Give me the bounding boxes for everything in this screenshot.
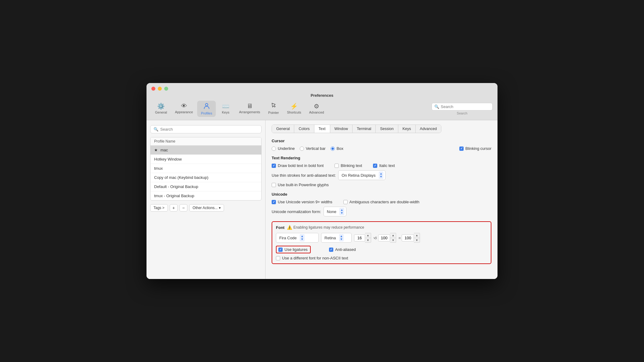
cursor-vertical-option[interactable]: Vertical bar (300, 146, 326, 151)
font-name-dropdown[interactable]: Fira Code ▲▼ (276, 233, 319, 243)
checkmark-icon: ✓ (330, 248, 332, 251)
toolbar-label-appearance: Appearance (175, 110, 193, 114)
tab-terminal[interactable]: Terminal (353, 125, 376, 133)
toolbar-item-keys[interactable]: ⌨️ Keys (216, 101, 235, 117)
vli-up-button[interactable]: ▲ (390, 233, 396, 238)
tab-session[interactable]: Session (376, 125, 398, 133)
search-input[interactable] (441, 104, 490, 109)
text-rendering-row1: ✓ Draw bold text in bold font Blinking t… (272, 163, 491, 168)
tags-button[interactable]: Tags > (150, 204, 168, 212)
different-font-label: Use a different font for non-ASCII text (282, 256, 348, 260)
use-ligatures-label: Use ligatures (284, 247, 308, 252)
text-rendering-title: Text Rendering (272, 156, 491, 160)
toolbar-item-advanced[interactable]: ⚙ Advanced (306, 101, 328, 117)
powerline-option[interactable]: Use built-in Powerline glyphs (272, 183, 491, 187)
search-box[interactable]: 🔍 (432, 103, 493, 110)
vli-down-button[interactable]: ▼ (390, 238, 396, 243)
cursor-underline-radio[interactable] (272, 147, 276, 151)
cursor-vertical-radio[interactable] (300, 147, 304, 151)
cursor-title: Cursor (272, 139, 491, 143)
thin-strokes-value: On Retina Displays (342, 173, 375, 178)
vli-value: 100 (378, 234, 390, 241)
font-size-up-button[interactable]: ▲ (365, 233, 371, 238)
unicode-section: Unicode ✓ Use Unicode version 9+ widths … (272, 192, 491, 216)
blinking-cursor-option[interactable]: ✓ Blinking cursor (459, 146, 491, 151)
profile-item-mac[interactable]: ★ mac (150, 146, 261, 155)
add-profile-button[interactable]: + (170, 204, 178, 212)
normalization-label: Unicode normalization form: (272, 209, 321, 214)
normalization-row: Unicode normalization form: None ▲▼ (272, 207, 491, 216)
tab-colors[interactable]: Colors (294, 125, 314, 133)
profile-item-tmux[interactable]: tmux (150, 164, 261, 173)
unicode-widths-option[interactable]: ✓ Use Unicode version 9+ widths (272, 200, 332, 204)
minimize-button[interactable] (158, 87, 162, 91)
tab-text[interactable]: Text (314, 125, 330, 133)
blinking-cursor-label: Blinking cursor (465, 146, 491, 151)
pointer-icon (270, 103, 277, 110)
anti-aliased-checkbox[interactable]: ✓ (329, 248, 333, 252)
cursor-underline-option[interactable]: Underline (272, 146, 295, 151)
ambiguous-option[interactable]: Ambiguous characters are double-width (343, 200, 419, 204)
other-actions-label: Other Actions... (193, 206, 218, 210)
toolbar-item-pointer[interactable]: Pointer (264, 101, 283, 117)
normalization-dropdown[interactable]: None ▲▼ (324, 207, 346, 216)
thin-strokes-dropdown[interactable]: On Retina Displays ▲▼ (338, 170, 385, 180)
spacing-up-button[interactable]: ▲ (414, 233, 420, 238)
font-name-value: Fira Code (279, 236, 297, 240)
toolbar-search: 🔍 Search (432, 103, 493, 115)
dropdown-arrows-icon2: ▲▼ (339, 208, 344, 215)
cursor-options-row: Underline Vertical bar Box ✓ (272, 146, 491, 151)
cursor-box-radio[interactable] (331, 147, 335, 151)
vli-stepper[interactable]: v|i 100 ▲ ▼ (374, 233, 396, 243)
normalization-value: None (327, 209, 336, 214)
blinking-text-option[interactable]: Blinking text (335, 163, 362, 168)
font-variant-dropdown[interactable]: Retina ▲▼ (321, 233, 352, 243)
maximize-button[interactable] (164, 87, 168, 91)
toolbar-item-arrangements[interactable]: 🖥 Arrangements (235, 101, 264, 117)
profile-item-default-backup[interactable]: Default - Original Backup (150, 182, 261, 191)
italic-text-option[interactable]: ✓ Italic text (373, 163, 395, 168)
use-ligatures-checkbox[interactable]: ✓ (278, 248, 283, 252)
anti-aliased-option[interactable]: ✓ Anti-aliased (329, 247, 356, 252)
blinking-text-label: Blinking text (341, 163, 362, 168)
other-actions-button[interactable]: Other Actions... ▾ (189, 204, 224, 212)
sidebar-search[interactable]: 🔍 (150, 125, 262, 133)
font-size-stepper[interactable]: 16 ▲ ▼ (354, 233, 371, 243)
warning-icon: ⚠️ (287, 225, 292, 230)
use-ligatures-option[interactable]: ✓ Use ligatures (278, 247, 308, 252)
tab-general[interactable]: General (272, 125, 294, 133)
different-font-option[interactable]: Use a different font for non-ASCII text (276, 256, 487, 260)
tab-advanced[interactable]: Advanced (416, 125, 441, 133)
tab-window[interactable]: Window (330, 125, 353, 133)
profile-item-hotkey[interactable]: Hotkey Window (150, 155, 261, 164)
powerline-checkbox[interactable] (272, 183, 276, 187)
font-size-down-button[interactable]: ▼ (365, 238, 371, 243)
shortcuts-icon: ⚡ (290, 103, 298, 110)
spacing-down-button[interactable]: ▼ (414, 238, 420, 243)
blinking-text-checkbox[interactable] (335, 164, 339, 168)
dropdown-arrows-icon3: ▲▼ (300, 234, 305, 241)
unicode-widths-checkbox[interactable]: ✓ (272, 200, 276, 204)
font-size-stepper-buttons: ▲ ▼ (365, 233, 371, 243)
toolbar-item-appearance[interactable]: 👁 Appearance (171, 101, 197, 117)
close-button[interactable] (151, 87, 155, 91)
italic-text-checkbox[interactable]: ✓ (373, 164, 377, 168)
blinking-cursor-checkbox[interactable]: ✓ (459, 147, 464, 151)
toolbar-item-profiles[interactable]: Profiles (197, 101, 216, 117)
content-panel: General Colors Text Window Terminal Sess… (266, 120, 497, 279)
toolbar-item-shortcuts[interactable]: ⚡ Shortcuts (283, 101, 305, 117)
profile-item-tmux-backup[interactable]: tmux - Original Backup (150, 191, 261, 200)
tab-keys[interactable]: Keys (398, 125, 416, 133)
spacing-stepper[interactable]: н 100 ▲ ▼ (399, 233, 420, 243)
remove-profile-button[interactable]: − (179, 204, 187, 212)
sidebar-search-input[interactable] (160, 127, 258, 132)
cursor-box-option[interactable]: Box (331, 146, 343, 151)
toolbar-item-general[interactable]: ⚙️ General (151, 101, 171, 117)
spacing-value: 100 (402, 234, 414, 241)
draw-bold-checkbox[interactable]: ✓ (272, 164, 276, 168)
draw-bold-option[interactable]: ✓ Draw bold text in bold font (272, 163, 324, 168)
cursor-box-label: Box (337, 146, 343, 151)
profile-item-copy-mac[interactable]: Copy of mac (Keybind backup) (150, 173, 261, 182)
different-font-checkbox[interactable] (276, 256, 280, 260)
ambiguous-checkbox[interactable] (343, 200, 348, 204)
